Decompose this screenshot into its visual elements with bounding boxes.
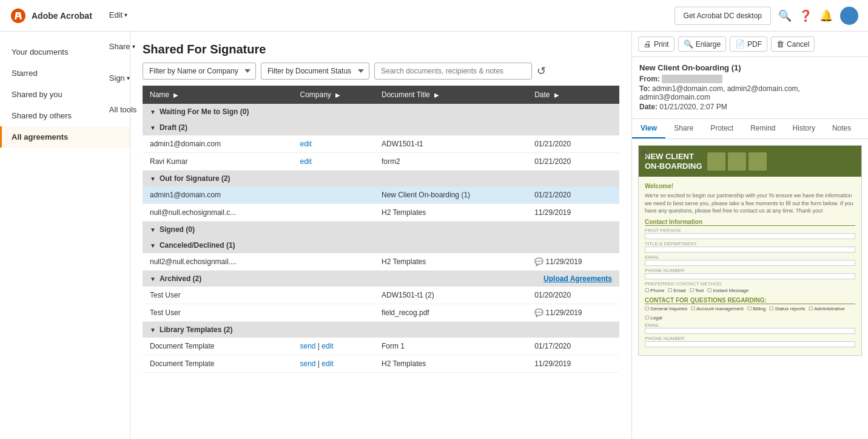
cell-name: admin1@domain.com bbox=[143, 186, 293, 204]
cell-name: Test User bbox=[143, 304, 293, 322]
doc-contact-section: Contact Information bbox=[645, 219, 855, 226]
cell-name: null2@null.echosignmail.... bbox=[143, 253, 293, 271]
group-row-draft[interactable]: ▼Draft (2) bbox=[143, 120, 619, 135]
right-panel: 🖨 Print 🔍 Enlarge 📄 PDF 🗑 Cancel New Cli… bbox=[631, 32, 868, 439]
col-company[interactable]: Company ▶ bbox=[293, 86, 374, 104]
tab-protect[interactable]: Protect bbox=[702, 119, 742, 138]
table-row[interactable]: null2@null.echosignmail....H2 Templates💬… bbox=[143, 253, 619, 271]
cell-date: 💬 11/29/2019 bbox=[527, 304, 619, 322]
edit-link[interactable]: edit bbox=[300, 157, 312, 166]
table-row[interactable]: Document Templatesend | editForm 101/17/… bbox=[143, 338, 619, 355]
field-contact-method: PREFERRED CONTACT METHOD ☐ Phone ☐ Email… bbox=[645, 281, 855, 293]
upload-agreements-link[interactable]: Upload Agreements bbox=[543, 274, 612, 283]
table-row[interactable]: Test Userfield_recog.pdf💬 11/29/2019 bbox=[143, 304, 619, 322]
cell-document-title: field_recog.pdf bbox=[374, 304, 527, 322]
field-phone-2: PHONE NUMBER bbox=[645, 336, 855, 347]
note-icon: 💬 bbox=[534, 257, 545, 266]
table-row[interactable]: Test UserADW1501-t1 (2)01/20/2020 bbox=[143, 287, 619, 304]
nav-item-all-tools[interactable]: All tools bbox=[102, 95, 162, 126]
send-link[interactable]: send bbox=[300, 359, 316, 368]
field-first-person: FIRST PERSON bbox=[645, 228, 855, 239]
tab-history[interactable]: History bbox=[784, 119, 824, 138]
from-label: From: bbox=[639, 75, 660, 83]
cell-date: 11/29/2019 bbox=[527, 355, 619, 373]
group-row-archived[interactable]: ▼Archived (2)Upload Agreements bbox=[143, 271, 619, 287]
pdf-label: PDF bbox=[747, 40, 762, 49]
help-icon[interactable]: ❓ bbox=[799, 9, 812, 22]
date-label: Date: bbox=[639, 103, 658, 111]
bell-icon[interactable]: 🔔 bbox=[819, 9, 833, 22]
cell-company bbox=[293, 253, 374, 271]
sidebar-item-all-agreements[interactable]: All agreements bbox=[0, 126, 130, 148]
table-row[interactable]: admin1@domain.comeditADW1501-t101/21/202… bbox=[143, 135, 619, 153]
to-value: admin1@domain.com, admin2@domain.com, ad… bbox=[639, 84, 800, 101]
col-name[interactable]: Name ▶ bbox=[143, 86, 293, 104]
cell-company: edit bbox=[293, 135, 374, 153]
group-row-waiting[interactable]: ▼Waiting For Me to Sign (0) bbox=[143, 104, 619, 120]
doc-icon-1 bbox=[707, 152, 725, 171]
cell-name: admin1@domain.com bbox=[143, 135, 293, 153]
table-row[interactable]: Document Templatesend | editH2 Templates… bbox=[143, 355, 619, 373]
app-logo[interactable]: Adobe Acrobat bbox=[10, 7, 92, 24]
cell-document-title: H2 Templates bbox=[374, 253, 527, 271]
tab-share[interactable]: Share bbox=[665, 119, 702, 138]
print-button[interactable]: 🖨 Print bbox=[638, 36, 675, 52]
filters-bar: Filter by Name or Company Filter by Docu… bbox=[130, 63, 631, 86]
doc-body: Welcome! We're so excited to begin our p… bbox=[639, 177, 861, 355]
cell-company bbox=[293, 204, 374, 222]
zoom-icon[interactable]: ⊕ bbox=[641, 148, 648, 159]
panel-to: To: admin1@domain.com, admin2@domain.com… bbox=[639, 84, 861, 101]
group-row-signed[interactable]: ▼Signed (0) bbox=[143, 222, 619, 238]
doc-preview-icons bbox=[707, 152, 767, 171]
doc-preview-title: NEW CLIENTON-BOARDING bbox=[645, 152, 702, 171]
pdf-button[interactable]: 📄 PDF bbox=[730, 36, 767, 52]
edit-link[interactable]: edit bbox=[321, 342, 333, 350]
chevron-down-icon: ▾ bbox=[124, 12, 127, 18]
edit-link[interactable]: edit bbox=[300, 140, 312, 148]
cell-document-title: Form 1 bbox=[374, 338, 527, 355]
col-document-title[interactable]: Document Title ▶ bbox=[374, 86, 527, 104]
enlarge-icon: 🔍 bbox=[684, 39, 693, 49]
table-row[interactable]: null@null.echosignmail.c...H2 Templates1… bbox=[143, 204, 619, 222]
cell-company bbox=[293, 287, 374, 304]
panel-preview: ⊕ NEW CLIENTON-BOARDING Welcome! We're s… bbox=[632, 139, 868, 439]
nav-item-share[interactable]: Share ▾ bbox=[102, 32, 162, 63]
avatar[interactable] bbox=[840, 7, 858, 25]
search-icon[interactable]: 🔍 bbox=[778, 9, 792, 22]
send-link[interactable]: send bbox=[300, 342, 316, 350]
col-date[interactable]: Date ▶ bbox=[527, 86, 619, 104]
panel-from: From: bbox=[639, 75, 861, 83]
cell-name: Ravi Kumar bbox=[143, 153, 293, 171]
page-title: Shared For Signature bbox=[143, 43, 619, 56]
chevron-down-icon: ▾ bbox=[127, 75, 130, 81]
edit-link[interactable]: edit bbox=[321, 359, 333, 368]
nav-item-edit[interactable]: Edit ▾ bbox=[102, 0, 162, 32]
table-row[interactable]: admin1@domain.comNew Client On-boarding … bbox=[143, 186, 619, 204]
search-input[interactable] bbox=[374, 63, 532, 80]
filter-status-select[interactable]: Filter by Document Status bbox=[261, 63, 369, 80]
doc-icon-3 bbox=[749, 152, 767, 171]
refresh-icon[interactable]: ↺ bbox=[537, 64, 546, 78]
group-row-library[interactable]: ▼Library Templates (2) bbox=[143, 322, 619, 338]
tab-remind[interactable]: Remind bbox=[742, 119, 784, 138]
doc-icon-2 bbox=[728, 152, 746, 171]
cancel-label: Cancel bbox=[787, 40, 809, 49]
tab-notes[interactable]: Notes bbox=[824, 119, 860, 138]
nav-item-sign[interactable]: Sign ▾ bbox=[102, 63, 162, 95]
enlarge-button[interactable]: 🔍 Enlarge bbox=[678, 36, 726, 52]
panel-tabs: View Share Protect Remind History Notes bbox=[632, 119, 868, 139]
cell-document-title: ADW1501-t1 (2) bbox=[374, 287, 527, 304]
main-nav: HomeDocumentsConvert ▾Edit ▾Share ▾Sign … bbox=[102, 0, 162, 126]
group-row-canceled[interactable]: ▼Canceled/Declined (1) bbox=[143, 237, 619, 253]
get-acrobat-button[interactable]: Get Acrobat DC desktop bbox=[675, 7, 771, 25]
panel-doc-info: New Client On-boarding (1) From: To: adm… bbox=[632, 57, 868, 119]
group-row-out-for-signature[interactable]: ▼Out for Signature (2) bbox=[143, 171, 619, 187]
cell-document-title: form2 bbox=[374, 153, 527, 171]
cell-company: send | edit bbox=[293, 355, 374, 373]
contact-questions-section: CONTACT FOR QUESTIONS REGARDING: ☐ Gener… bbox=[645, 297, 855, 321]
cell-company bbox=[293, 304, 374, 322]
tab-view[interactable]: View bbox=[632, 119, 665, 138]
table-row[interactable]: Ravi Kumareditform201/21/2020 bbox=[143, 153, 619, 171]
cancel-button[interactable]: 🗑 Cancel bbox=[771, 36, 815, 52]
cell-date: 01/20/2020 bbox=[527, 287, 619, 304]
